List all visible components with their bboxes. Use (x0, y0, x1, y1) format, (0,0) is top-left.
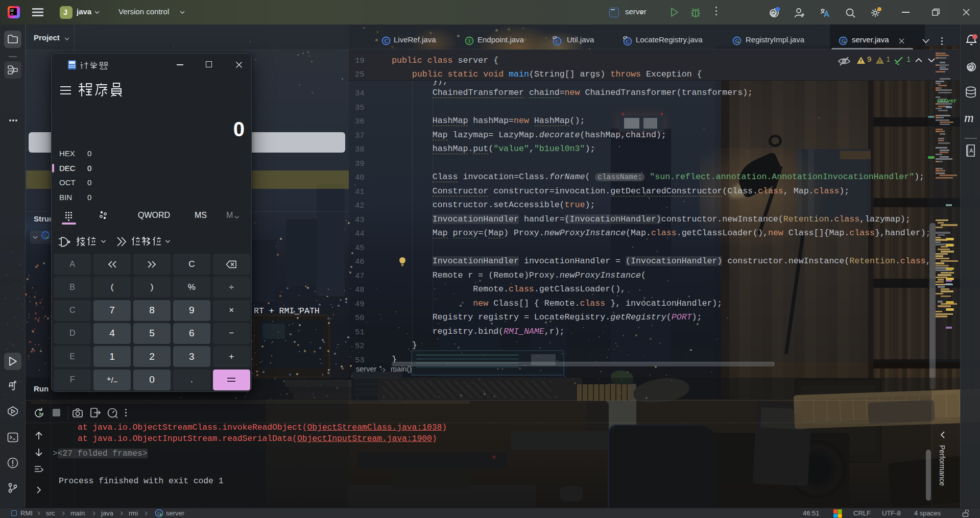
svg-text:C: C (626, 39, 630, 44)
svg-text:I: I (468, 38, 470, 44)
svg-text:C: C (385, 38, 388, 44)
svg-text:C: C (556, 39, 559, 44)
svg-text:A: A (969, 147, 973, 154)
